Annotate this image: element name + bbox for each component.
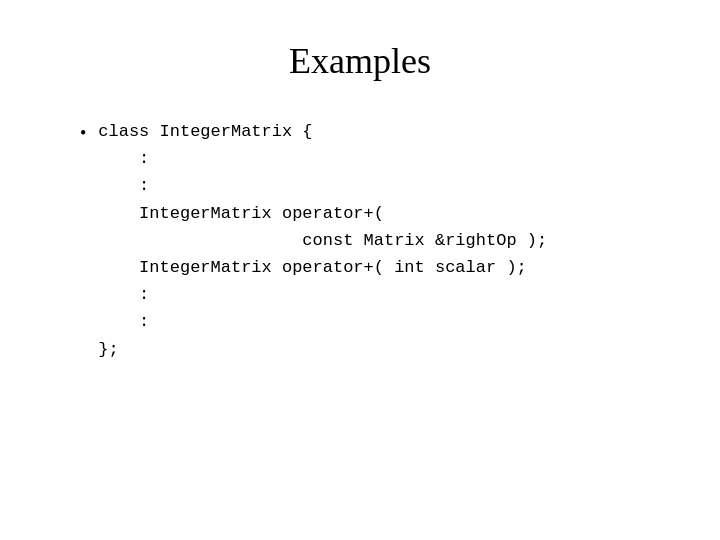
bullet-dot: • [80, 120, 86, 147]
slide-title: Examples [60, 40, 660, 82]
bullet-item: • class IntegerMatrix { : : IntegerMatri… [80, 118, 660, 363]
slide-container: Examples • class IntegerMatrix { : : Int… [0, 0, 720, 540]
content-area: • class IntegerMatrix { : : IntegerMatri… [60, 118, 660, 363]
code-block: class IntegerMatrix { : : IntegerMatrix … [98, 118, 547, 363]
